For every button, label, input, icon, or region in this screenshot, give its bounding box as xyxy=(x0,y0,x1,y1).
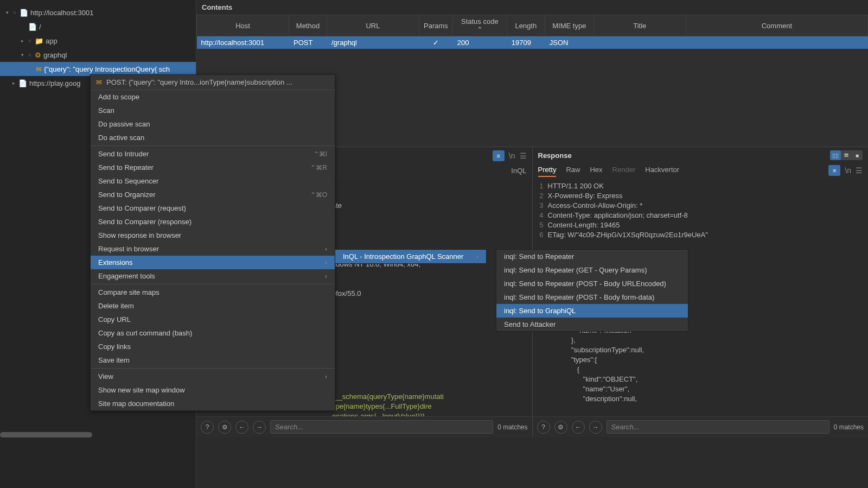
ctx-copy-links[interactable]: Copy links xyxy=(91,340,335,353)
ctx-copy-as-curl-command-bash-[interactable]: Copy as curl command (bash) xyxy=(91,326,335,340)
request-icon: ✉ xyxy=(96,78,102,86)
back-icon[interactable]: ← xyxy=(235,421,248,434)
extensions-submenu[interactable]: InQL - Introspection GraphQL Scanner › xyxy=(335,249,487,264)
tab-pretty[interactable]: Pretty xyxy=(538,163,557,177)
folder-icon: 📁 xyxy=(35,37,43,45)
menu-icon[interactable]: ☰ xyxy=(856,166,863,175)
layout-single-icon[interactable]: ■ xyxy=(852,150,863,160)
help-icon[interactable]: ? xyxy=(537,421,550,434)
forward-icon[interactable]: → xyxy=(589,421,602,434)
tab-render[interactable]: Render xyxy=(612,163,636,177)
inql-action[interactable]: Send to Attacker xyxy=(496,318,688,331)
ctx-send-to-repeater[interactable]: Send to Repeater⌃⌘R xyxy=(91,161,335,174)
newline-toggle[interactable]: \n xyxy=(845,166,851,175)
bullet-icon: ○ xyxy=(27,52,33,58)
back-icon[interactable]: ← xyxy=(572,421,585,434)
chevron-right-icon: › xyxy=(325,272,327,280)
ctx-delete-item[interactable]: Delete item xyxy=(91,299,335,313)
inql-action[interactable]: inql: Send to GraphiQL xyxy=(496,304,688,318)
col-params[interactable]: Params xyxy=(419,15,453,36)
chevron-right-icon: › xyxy=(325,245,327,253)
col-host[interactable]: Host xyxy=(197,15,289,36)
horizontal-scrollbar[interactable] xyxy=(0,432,92,438)
tree-item-graphql[interactable]: ▾ ○ ⚙ graphql xyxy=(0,48,196,62)
match-count: 0 matches xyxy=(834,423,864,431)
ctx-show-new-site-map-window[interactable]: Show new site map window xyxy=(91,383,335,397)
newline-toggle[interactable]: \n xyxy=(509,151,515,160)
ctx-do-active-scan[interactable]: Do active scan xyxy=(91,131,335,144)
inql-action[interactable]: inql: Send to Repeater (POST - Body URLE… xyxy=(496,277,688,290)
response-title: Response xyxy=(538,151,572,160)
ctx-send-to-comparer-request-[interactable]: Send to Comparer (request) xyxy=(91,201,335,215)
settings-icon[interactable]: ⚙ xyxy=(218,421,231,434)
context-title: POST: {"query": "query Intro...ionType{n… xyxy=(106,78,292,86)
match-count: 0 matches xyxy=(497,423,527,431)
wrap-icon[interactable]: ≡ xyxy=(828,165,840,176)
ctx-compare-site-maps[interactable]: Compare site maps xyxy=(91,286,335,299)
ctx-request-in-browser[interactable]: Request in browser› xyxy=(91,242,335,256)
col-mime[interactable]: MIME type xyxy=(545,15,593,36)
ctx-view[interactable]: View› xyxy=(91,370,335,383)
tab-inql[interactable]: InQL xyxy=(511,164,526,177)
chevron-right-icon: › xyxy=(325,372,327,381)
col-length[interactable]: Length xyxy=(507,15,545,36)
layout-columns-icon[interactable]: ▯▯ xyxy=(830,150,841,160)
col-method[interactable]: Method xyxy=(289,15,327,36)
ctx-send-to-sequencer[interactable]: Send to Sequencer xyxy=(91,174,335,188)
inql-action[interactable]: inql: Send to Repeater (POST - Body form… xyxy=(496,290,688,304)
ctx-copy-url[interactable]: Copy URL xyxy=(91,313,335,326)
col-status[interactable]: Status code ⌃ xyxy=(452,15,507,36)
col-url[interactable]: URL xyxy=(327,15,419,36)
settings-icon[interactable]: ⚙ xyxy=(554,421,567,434)
tree-root-host[interactable]: ▾ ○ 📄 http://localhost:3001 xyxy=(0,5,196,20)
col-comment[interactable]: Comment xyxy=(686,15,867,36)
ctx-show-response-in-browser[interactable]: Show response in browser xyxy=(91,229,335,242)
contents-table: Host Method URL Params Status code ⌃ Len… xyxy=(196,15,868,49)
ctx-site-map-documentation[interactable]: Site map documentation xyxy=(91,397,335,410)
context-menu[interactable]: ✉ POST: {"query": "query Intro...ionType… xyxy=(90,74,335,411)
tab-hex[interactable]: Hex xyxy=(590,163,602,177)
layout-rows-icon[interactable]: 〓 xyxy=(841,150,852,160)
ctx-extensions[interactable]: Extensions› xyxy=(91,256,335,269)
tree-item-slash[interactable]: 📄 / xyxy=(0,20,196,34)
ctx-send-to-comparer-response-[interactable]: Send to Comparer (response) xyxy=(91,215,335,229)
gear-icon: ⚙ xyxy=(35,51,41,59)
ctx-do-passive-scan[interactable]: Do passive scan xyxy=(91,117,335,131)
bullet-icon: ○ xyxy=(27,38,33,43)
tab-hackvertor[interactable]: Hackvertor xyxy=(645,163,679,177)
contents-title: Contents xyxy=(196,0,868,15)
col-title[interactable]: Title xyxy=(593,15,686,36)
ctx-add-to-scope[interactable]: Add to scope xyxy=(91,90,335,104)
bullet-icon: ○ xyxy=(12,10,17,15)
submenu-inql-scanner[interactable]: InQL - Introspection GraphQL Scanner › xyxy=(335,250,486,263)
forward-icon[interactable]: → xyxy=(253,421,266,434)
help-icon[interactable]: ? xyxy=(201,421,214,434)
file-icon: 📄 xyxy=(28,23,37,31)
host-icon: 📄 xyxy=(18,79,27,87)
ctx-engagement-tools[interactable]: Engagement tools› xyxy=(91,269,335,283)
wrap-icon[interactable]: ≡ xyxy=(493,150,505,161)
inql-action[interactable]: inql: Send to Repeater (GET - Query Para… xyxy=(496,263,688,277)
tab-raw[interactable]: Raw xyxy=(566,163,580,177)
ctx-send-to-intruder[interactable]: Send to Intruder⌃⌘I xyxy=(91,147,335,161)
chevron-down-icon: ▾ xyxy=(4,10,10,15)
ctx-scan[interactable]: Scan xyxy=(91,104,335,117)
ctx-send-to-organizer[interactable]: Send to Organizer⌃⌘O xyxy=(91,188,335,201)
menu-icon[interactable]: ☰ xyxy=(520,151,527,160)
chevron-right-icon: › xyxy=(476,252,478,261)
layout-toggle[interactable]: ▯▯ 〓 ■ xyxy=(830,150,863,160)
tree-item-app[interactable]: ▸ ○ 📁 app xyxy=(0,34,196,48)
inql-action[interactable]: inql: Send to Repeater xyxy=(496,250,688,263)
table-row[interactable]: http://localhost:3001 POST /graphql ✓ 20… xyxy=(197,36,868,49)
chevron-right-icon: › xyxy=(325,258,327,267)
host-icon: 📄 xyxy=(20,9,28,17)
request-icon: ✉ xyxy=(36,65,42,73)
chevron-right-icon: ▸ xyxy=(11,80,16,86)
ctx-save-item[interactable]: Save item xyxy=(91,353,335,367)
search-input[interactable]: Search... xyxy=(270,420,493,434)
chevron-down-icon: ▾ xyxy=(20,52,25,58)
chevron-right-icon: ▸ xyxy=(20,38,25,43)
search-input[interactable]: Search... xyxy=(607,420,829,434)
inql-submenu[interactable]: inql: Send to Repeaterinql: Send to Repe… xyxy=(496,249,688,332)
